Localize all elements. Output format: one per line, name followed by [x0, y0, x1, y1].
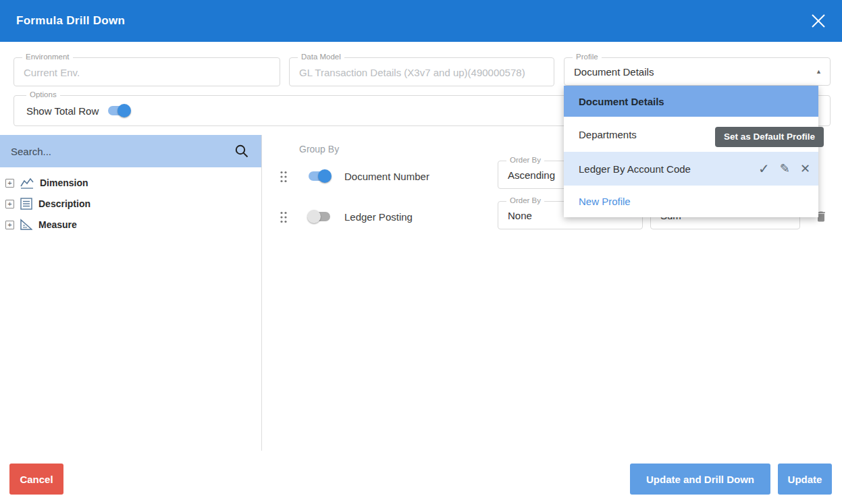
data-model-value: GL Transaction Details (X3v7 and up)(490… [299, 66, 525, 78]
close-icon [810, 12, 827, 30]
set-default-check-icon[interactable]: ✓ [758, 162, 770, 175]
toggle-thumb [117, 104, 131, 117]
tree-item-measure[interactable]: + Measure [5, 215, 77, 235]
document-number-toggle[interactable] [307, 169, 332, 183]
set-as-default-tooltip: Set as Default Profile [715, 127, 824, 147]
list-icon [20, 198, 32, 210]
show-total-row-label: Show Total Row [26, 105, 99, 117]
expand-icon[interactable]: + [5, 200, 14, 208]
drag-handle-icon[interactable] [280, 211, 288, 224]
profile-option-document-details[interactable]: Document Details [564, 86, 818, 117]
options-label: Options [26, 90, 60, 99]
tree-item-label: Measure [38, 219, 77, 230]
environment-label: Environment [22, 53, 73, 61]
panel-divider [261, 135, 262, 451]
expand-icon[interactable]: + [5, 221, 14, 229]
update-button[interactable]: Update [778, 464, 832, 495]
dialog-header: Formula Drill Down [0, 0, 842, 42]
profile-option-ledger-by-account-code[interactable]: Ledger By Account Code ✓ ✎ ✕ [564, 152, 818, 186]
delete-profile-icon[interactable]: ✕ [800, 163, 810, 175]
profile-value: Document Details [574, 66, 654, 78]
toggle-thumb [318, 169, 332, 183]
dialog-title: Formula Drill Down [16, 14, 125, 28]
tree-item-label: Description [38, 198, 90, 209]
environment-value: Current Env. [24, 66, 80, 78]
group-by-title: Group By [299, 144, 339, 155]
data-model-field[interactable]: Data Model GL Transaction Details (X3v7 … [289, 57, 554, 86]
toggle-thumb [307, 210, 321, 223]
tree-item-label: Dimension [40, 177, 88, 188]
group-by-row-name: Ledger Posting [344, 211, 413, 223]
search-bar [0, 135, 261, 167]
triangle-icon [20, 219, 32, 231]
close-button[interactable] [808, 11, 828, 31]
new-profile-label: New Profile [579, 196, 631, 207]
data-model-label: Data Model [298, 53, 344, 61]
order-by-label: Order By [506, 156, 544, 164]
new-profile-link[interactable]: New Profile [564, 186, 818, 217]
cancel-button[interactable]: Cancel [9, 464, 63, 495]
profile-option-label: Departments [579, 129, 637, 140]
formula-drill-down-dialog: Formula Drill Down Environment Current E… [0, 0, 842, 504]
expand-icon[interactable]: + [5, 179, 14, 188]
order-by-value: Ascending [508, 169, 555, 181]
edit-profile-icon[interactable]: ✎ [780, 163, 790, 175]
tree-item-description[interactable]: + Description [5, 194, 90, 214]
drag-handle-icon[interactable] [280, 170, 288, 184]
profile-label: Profile [573, 53, 602, 61]
order-by-value: None [508, 210, 532, 221]
tree-item-dimension[interactable]: + Dimension [5, 173, 88, 193]
chevron-up-icon: ▲ [816, 68, 822, 75]
show-total-row-toggle[interactable] [107, 104, 131, 117]
search-icon[interactable] [234, 144, 249, 159]
line-chart-icon [20, 177, 34, 189]
order-by-label: Order By [506, 196, 544, 204]
search-input[interactable] [11, 135, 227, 167]
profile-dropdown: Document Details Departments Ledger By A… [564, 86, 818, 217]
environment-field[interactable]: Environment Current Env. [14, 57, 280, 86]
update-and-drill-down-button[interactable]: Update and Drill Down [630, 464, 770, 495]
profile-select[interactable]: Profile Document Details ▲ [564, 57, 831, 86]
group-by-row-name: Document Number [344, 171, 429, 182]
profile-option-label: Document Details [579, 96, 664, 107]
profile-option-label: Ledger By Account Code [579, 163, 691, 175]
ledger-posting-toggle[interactable] [307, 210, 332, 223]
